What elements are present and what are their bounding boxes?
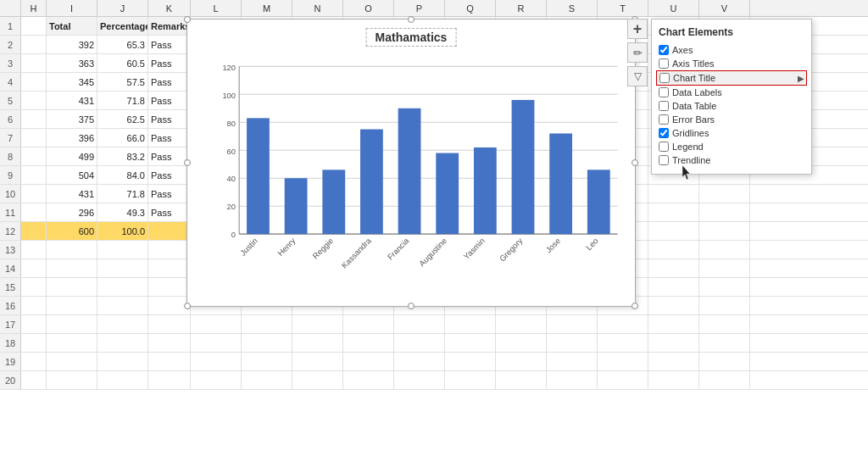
checkbox-chart_title[interactable] (659, 73, 670, 83)
label-data_table: Data Table (672, 101, 716, 111)
resize-handle-tl[interactable] (184, 16, 191, 23)
label-axes: Axes (672, 45, 693, 55)
resize-handle-tm[interactable] (408, 16, 415, 23)
label-error_bars: Error Bars (672, 114, 715, 125)
svg-rect-9 (247, 118, 270, 234)
col-header-u: U (648, 0, 699, 16)
svg-rect-11 (322, 170, 345, 234)
svg-text:Yasmin: Yasmin (462, 236, 487, 261)
svg-text:Justin: Justin (238, 236, 259, 258)
svg-text:Henry: Henry (275, 236, 297, 258)
svg-text:Francia: Francia (386, 236, 411, 262)
panel-item-chart_title[interactable]: Chart Title▶ (656, 70, 807, 86)
col-header-s: S (547, 0, 598, 16)
svg-text:Gregory: Gregory (498, 236, 525, 264)
cell-total-header[interactable]: Total (47, 17, 97, 35)
label-data_labels: Data Labels (672, 87, 722, 97)
col-header-q: Q (445, 0, 496, 16)
arrow-icon-chart_title: ▶ (798, 74, 804, 83)
col-header-l: L (191, 0, 242, 16)
svg-rect-14 (436, 153, 459, 235)
svg-rect-16 (512, 100, 535, 234)
col-header-n: N (292, 0, 343, 16)
chart-style-icon[interactable]: ✏ (627, 42, 648, 63)
chart-container[interactable]: Mathamatics JustinHenryReggieKassandraFr… (186, 19, 636, 307)
resize-handle-mr[interactable] (632, 159, 638, 166)
svg-text:Augustine: Augustine (417, 236, 448, 268)
panel-item-legend[interactable]: Legend (659, 140, 804, 153)
checkbox-axes[interactable] (659, 45, 669, 55)
chart-title[interactable]: Mathamatics (366, 28, 457, 47)
table-row-empty: 18 (0, 334, 868, 353)
chart-filter-icon[interactable]: ▽ (627, 66, 648, 86)
svg-text:Leo: Leo (584, 236, 600, 252)
checkbox-data_labels[interactable] (659, 87, 669, 97)
panel-item-trendline[interactable]: Trendline (659, 153, 804, 167)
label-legend: Legend (672, 142, 704, 152)
checkbox-trendline[interactable] (659, 155, 669, 165)
resize-handle-bl[interactable] (184, 303, 191, 309)
col-header-m: M (242, 0, 292, 16)
svg-rect-17 (549, 133, 572, 234)
svg-text:100: 100 (222, 90, 236, 99)
chart-elements-panel: Chart Elements AxesAxis TitlesChart Titl… (651, 19, 812, 175)
column-headers: H I J K L M N O P Q R S T U V (0, 0, 868, 17)
checkbox-error_bars[interactable] (659, 114, 669, 125)
col-header-k: K (148, 0, 191, 16)
col-header-p: P (394, 0, 445, 16)
svg-text:0: 0 (231, 230, 236, 239)
resize-handle-bm[interactable] (408, 303, 415, 309)
checkbox-data_table[interactable] (659, 101, 669, 111)
col-header-o: O (343, 0, 394, 16)
svg-text:Reggie: Reggie (311, 236, 336, 260)
resize-handle-br[interactable] (632, 303, 638, 309)
label-gridlines: Gridlines (672, 128, 709, 138)
svg-text:20: 20 (227, 202, 236, 211)
bar-chart-area: JustinHenryReggieKassandraFranciaAugusti… (213, 62, 626, 298)
svg-rect-15 (474, 147, 497, 234)
col-header-r: R (496, 0, 547, 16)
panel-item-axes[interactable]: Axes (659, 43, 804, 57)
resize-handle-ml[interactable] (184, 159, 191, 166)
label-axis_titles: Axis Titles (672, 58, 715, 69)
label-chart_title: Chart Title (673, 73, 715, 83)
panel-title: Chart Elements (659, 26, 804, 38)
svg-rect-13 (398, 108, 421, 234)
svg-text:80: 80 (227, 118, 236, 127)
col-header-t: T (598, 0, 648, 16)
col-header-v: V (699, 0, 750, 16)
table-row-empty: 20 (0, 371, 868, 390)
cell-percentage-header[interactable]: Percentage (97, 17, 148, 35)
panel-item-axis_titles[interactable]: Axis Titles (659, 57, 804, 70)
svg-text:60: 60 (227, 146, 236, 155)
chart-side-icons: + ✏ ▽ (627, 19, 648, 86)
svg-rect-18 (587, 170, 610, 234)
panel-item-gridlines[interactable]: Gridlines (659, 126, 804, 140)
panel-item-error_bars[interactable]: Error Bars (659, 113, 804, 126)
panel-item-data_table[interactable]: Data Table (659, 99, 804, 113)
svg-rect-12 (360, 130, 383, 235)
table-row-empty: 19 (0, 353, 868, 371)
col-header-j: J (97, 0, 148, 16)
label-trendline: Trendline (672, 155, 710, 165)
svg-text:120: 120 (222, 62, 236, 71)
col-header-h: H (21, 0, 47, 16)
checkbox-gridlines[interactable] (659, 128, 669, 138)
svg-text:Kassandra: Kassandra (340, 236, 374, 270)
svg-rect-10 (285, 178, 308, 234)
add-chart-element-icon[interactable]: + (627, 19, 648, 39)
table-row-empty: 17 (0, 315, 868, 334)
checkbox-axis_titles[interactable] (659, 58, 669, 69)
svg-text:Jose: Jose (543, 236, 562, 254)
col-header-i: I (47, 0, 97, 16)
panel-item-data_labels[interactable]: Data Labels (659, 86, 804, 99)
svg-text:40: 40 (227, 174, 236, 183)
checkbox-legend[interactable] (659, 142, 669, 152)
